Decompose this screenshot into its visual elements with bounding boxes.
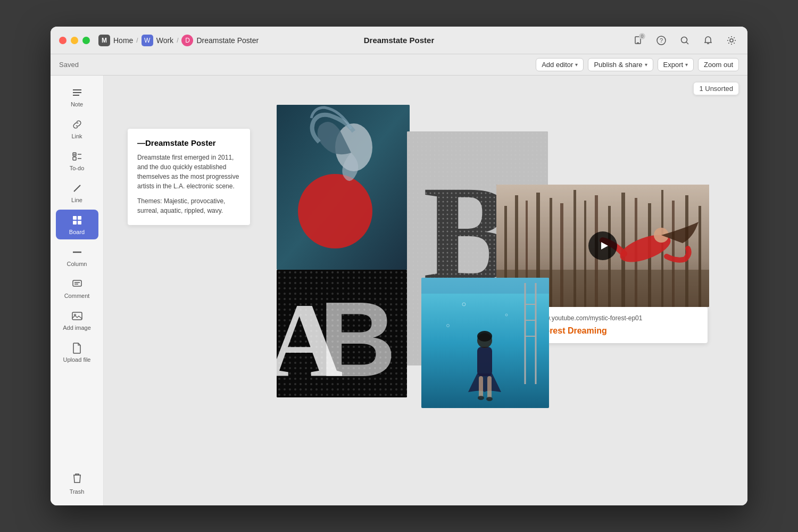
home-icon: M — [98, 35, 110, 46]
sidebar-item-line[interactable]: Line — [56, 178, 98, 207]
svg-point-28 — [298, 174, 372, 248]
board-label: Board — [69, 229, 85, 235]
note-label: Note — [71, 101, 83, 107]
window-title: Dreamstate Poster — [364, 36, 435, 45]
note-body: Dreamstate first emerged in 2011, and th… — [137, 153, 240, 191]
poster-icon: D — [181, 35, 193, 46]
main-area: Note Link To-do Line — [51, 76, 747, 505]
zoom-out-button[interactable]: Zoom out — [698, 58, 739, 71]
minimize-button[interactable] — [71, 37, 78, 44]
upload-file-icon — [71, 342, 84, 354]
traffic-lights — [59, 37, 90, 44]
svg-point-75 — [486, 397, 493, 401]
app-window: M Home / W Work / D Dreamstate Poster Dr… — [51, 27, 747, 505]
svg-rect-20 — [78, 221, 81, 225]
image-surreal[interactable] — [277, 105, 410, 270]
breadcrumb-sep-1: / — [136, 37, 138, 44]
trash-icon — [72, 472, 82, 486]
work-icon: W — [142, 35, 153, 46]
svg-rect-73 — [487, 376, 492, 398]
titlebar: M Home / W Work / D Dreamstate Poster Dr… — [51, 27, 747, 54]
breadcrumb-home-label: Home — [113, 36, 133, 45]
saved-status: Saved — [59, 61, 79, 69]
publish-share-button[interactable]: Publish & share ▾ — [588, 58, 653, 71]
notification-icon[interactable] — [701, 33, 716, 48]
breadcrumb-poster-label: Dreamstate Poster — [196, 36, 259, 45]
svg-point-71 — [477, 331, 492, 342]
todo-label: To-do — [70, 165, 85, 171]
breadcrumb-sep-2: / — [177, 37, 178, 44]
svg-rect-17 — [73, 216, 77, 220]
svg-rect-69 — [477, 347, 492, 376]
svg-rect-19 — [73, 221, 77, 225]
note-block[interactable]: —Dreamstate Poster Dreamstate first emer… — [128, 129, 250, 225]
svg-rect-63 — [421, 278, 549, 294]
svg-point-7 — [730, 39, 733, 42]
svg-line-5 — [686, 42, 688, 44]
settings-icon[interactable] — [724, 33, 739, 48]
trash-label: Trash — [70, 488, 85, 495]
comment-icon — [71, 278, 84, 290]
surreal-content — [277, 105, 410, 270]
breadcrumb-work-label: Work — [156, 36, 173, 45]
svg-point-4 — [681, 37, 687, 43]
add-image-label: Add image — [63, 325, 91, 331]
image-underwater[interactable] — [421, 278, 549, 408]
sidebar-item-add-image[interactable]: Add image — [56, 305, 98, 335]
sidebar-item-column[interactable]: Column — [56, 242, 98, 271]
sidebar: Note Link To-do Line — [51, 76, 104, 505]
sidebar-item-board[interactable]: Board — [56, 210, 98, 239]
svg-marker-61 — [601, 242, 608, 250]
sidebar-item-trash[interactable]: Trash — [65, 468, 89, 499]
add-editor-button[interactable]: Add editor ▾ — [536, 58, 584, 71]
breadcrumb-item-work[interactable]: W Work — [142, 35, 173, 46]
export-button[interactable]: Export ▾ — [658, 58, 694, 71]
svg-point-74 — [478, 396, 484, 400]
svg-text:B: B — [319, 280, 396, 397]
sidebar-item-todo[interactable]: To-do — [56, 146, 98, 176]
add-editor-chevron: ▾ — [575, 62, 578, 68]
note-themes: Themes: Majestic, provocative, surreal, … — [137, 196, 240, 215]
toolbar: Saved Add editor ▾ Publish & share ▾ Exp… — [51, 54, 747, 76]
note-icon — [71, 86, 84, 99]
maximize-button[interactable] — [82, 37, 90, 44]
canvas-area[interactable]: 1 Unsorted —Dreamstate Poster Dreamstate… — [104, 76, 747, 505]
export-chevron: ▾ — [685, 62, 688, 68]
breadcrumb-item-poster[interactable]: D Dreamstate Poster — [181, 35, 259, 46]
svg-rect-12 — [73, 157, 76, 160]
play-button[interactable] — [588, 231, 617, 260]
image-halftone[interactable]: A B — [277, 270, 407, 397]
sidebar-item-upload-file[interactable]: Upload file — [56, 337, 98, 367]
link-label: Link — [71, 133, 82, 139]
todo-icon — [71, 150, 84, 163]
line-icon — [71, 182, 84, 195]
unsorted-badge[interactable]: 1 Unsorted — [693, 82, 739, 95]
publish-chevron: ▾ — [645, 62, 647, 68]
toolbar-buttons: Add editor ▾ Publish & share ▾ Export ▾ … — [536, 58, 739, 71]
device-icon[interactable]: 0 — [630, 33, 645, 48]
comment-label: Comment — [64, 293, 90, 299]
column-icon — [71, 246, 84, 259]
svg-rect-72 — [479, 376, 483, 397]
svg-rect-25 — [72, 312, 82, 320]
note-title: —Dreamstate Poster — [137, 138, 240, 147]
sidebar-item-note[interactable]: Note — [56, 82, 98, 112]
line-label: Line — [71, 197, 82, 203]
svg-line-16 — [74, 185, 80, 192]
upload-file-label: Upload file — [63, 356, 91, 363]
board-icon — [71, 214, 84, 227]
titlebar-actions: 0 ? — [630, 33, 739, 48]
search-icon[interactable] — [677, 33, 692, 48]
svg-rect-22 — [73, 280, 81, 286]
sidebar-item-link[interactable]: Link — [56, 114, 98, 144]
svg-text:?: ? — [660, 37, 663, 44]
help-icon[interactable]: ? — [654, 33, 669, 48]
sidebar-item-comment[interactable]: Comment — [56, 273, 98, 303]
close-button[interactable] — [59, 37, 66, 44]
link-icon — [71, 118, 84, 131]
add-image-icon — [71, 310, 84, 322]
column-label: Column — [67, 261, 87, 267]
device-badge: 0 — [639, 33, 645, 39]
breadcrumb-item-home[interactable]: M Home — [98, 35, 133, 46]
svg-rect-18 — [78, 216, 81, 220]
